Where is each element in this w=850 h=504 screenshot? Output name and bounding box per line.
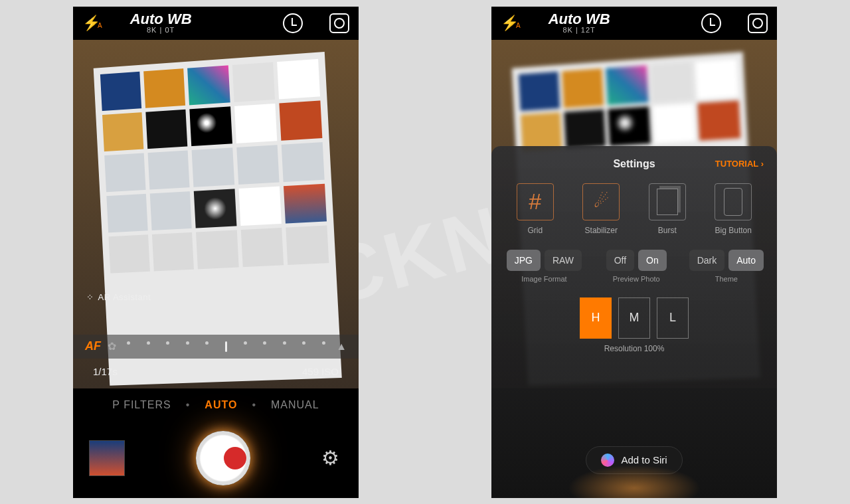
flash-icon[interactable]: ⚡A: [82, 15, 102, 32]
preview-segment[interactable]: Off On: [597, 250, 676, 271]
shutter-speed-value[interactable]: 1/17s: [93, 366, 118, 377]
ar-assistant-label[interactable]: AR Assistant: [86, 292, 151, 302]
record-button[interactable]: [224, 447, 246, 469]
wb-sub: 8K | 12T: [549, 27, 610, 34]
exposure-info: 1/17s 459 ISO: [73, 359, 359, 385]
siri-label: Add to Siri: [621, 454, 667, 465]
resolution-label: Resolution 100%: [505, 344, 764, 353]
top-bar: ⚡A Auto WB 8K | 12T: [491, 7, 777, 40]
settings-header: Settings TUTORIAL ›: [505, 155, 764, 173]
image-format-group: JPG RAW Image Format: [505, 250, 584, 283]
format-jpg[interactable]: JPG: [507, 250, 541, 271]
camera-screen-settings: ⚡A Auto WB 8K | 12T Settings TUTORIAL › …: [491, 7, 777, 498]
af-label: AF: [85, 339, 101, 353]
setting-label: Grid: [527, 226, 543, 235]
format-raw[interactable]: RAW: [545, 250, 582, 271]
iso-value[interactable]: 459 ISO: [302, 366, 339, 377]
resolution-selector[interactable]: H M L: [505, 297, 764, 339]
settings-title: Settings: [613, 158, 655, 170]
preview-photo-group: Off On Preview Photo: [597, 250, 676, 283]
white-balance-button[interactable]: Auto WB 8K | 0T: [130, 12, 192, 34]
white-balance-button[interactable]: Auto WB 8K | 12T: [549, 12, 610, 34]
wb-title: Auto WB: [130, 12, 192, 27]
theme-group: Dark Auto Theme: [689, 250, 764, 283]
switch-camera-icon[interactable]: [329, 13, 349, 33]
preview-label: Preview Photo: [597, 275, 676, 283]
switch-camera-icon[interactable]: [748, 13, 768, 33]
resolution-l[interactable]: L: [657, 297, 689, 339]
setting-label: Burst: [658, 226, 677, 235]
setting-grid[interactable]: Grid: [505, 183, 566, 235]
big-button-icon: [715, 183, 752, 220]
mode-dot: •: [186, 399, 191, 411]
focus-slider[interactable]: AF ✿ ▲: [73, 335, 359, 359]
stabilizer-icon: [582, 183, 620, 220]
timer-icon[interactable]: [701, 13, 721, 33]
setting-stabilizer[interactable]: Stabilizer: [571, 183, 632, 235]
setting-label: Big Button: [715, 226, 752, 235]
timer-icon[interactable]: [283, 13, 303, 33]
bottom-bar: ⚙: [73, 418, 359, 498]
focus-indicator[interactable]: [225, 341, 227, 352]
gallery-thumbnail[interactable]: [89, 440, 125, 476]
shutter-glow: [568, 465, 701, 498]
macro-icon: ✿: [108, 340, 116, 353]
preview-off[interactable]: Off: [606, 250, 634, 271]
tutorial-link[interactable]: TUTORIAL ›: [715, 159, 764, 169]
ar-assistant-text: AR Assistant: [98, 292, 151, 302]
grid-icon: [517, 183, 554, 220]
infinity-icon: ▲: [336, 341, 347, 353]
burst-icon: [649, 183, 686, 220]
focus-scale[interactable]: [123, 341, 329, 352]
mode-auto[interactable]: AUTO: [205, 399, 237, 411]
wb-title: Auto WB: [549, 12, 610, 27]
resolution-h[interactable]: H: [580, 297, 612, 339]
theme-segment[interactable]: Dark Auto: [689, 250, 764, 271]
format-label: Image Format: [505, 275, 584, 283]
settings-panel: Settings TUTORIAL › Grid Stabilizer Burs…: [491, 146, 777, 498]
image-format-segment[interactable]: JPG RAW: [505, 250, 584, 271]
flash-icon[interactable]: ⚡A: [501, 15, 521, 32]
settings-segments: JPG RAW Image Format Off On Preview Phot…: [505, 250, 764, 283]
theme-dark[interactable]: Dark: [689, 250, 725, 271]
camera-screen-main: ⚡A Auto WB 8K | 0T AR Assistant AF ✿ ▲: [73, 7, 359, 498]
setting-big-button[interactable]: Big Button: [703, 183, 764, 235]
mode-dot: •: [252, 399, 256, 411]
preview-on[interactable]: On: [638, 250, 667, 271]
focus-points-icon: [86, 292, 94, 302]
mode-manual[interactable]: MANUAL: [271, 399, 319, 411]
setting-burst[interactable]: Burst: [637, 183, 698, 235]
mode-selector[interactable]: P FILTERS • AUTO • MANUAL: [73, 392, 359, 418]
wb-sub: 8K | 0T: [130, 27, 192, 34]
settings-grid: Grid Stabilizer Burst Big Button: [505, 183, 764, 235]
setting-label: Stabilizer: [585, 226, 618, 235]
theme-label: Theme: [689, 275, 764, 283]
theme-auto[interactable]: Auto: [728, 250, 764, 271]
settings-icon[interactable]: ⚙: [317, 446, 343, 471]
top-bar: ⚡A Auto WB 8K | 0T: [73, 7, 359, 40]
mode-filters[interactable]: P FILTERS: [112, 399, 171, 411]
resolution-m[interactable]: M: [618, 297, 650, 339]
